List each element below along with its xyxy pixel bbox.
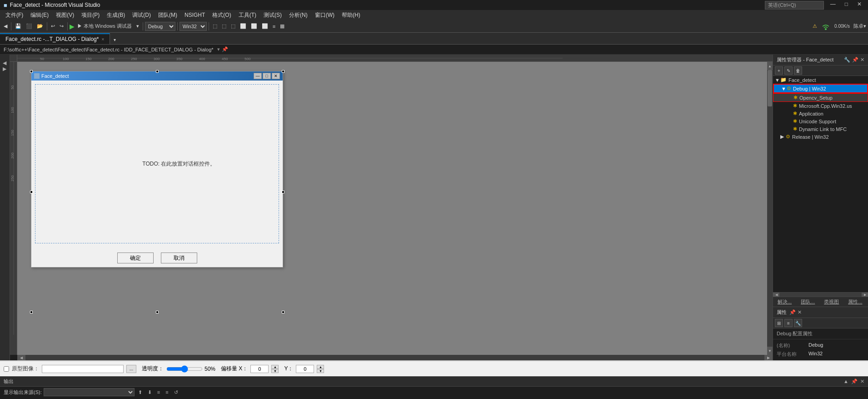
prop-tool-wrench-btn[interactable]: 🔧 [794,319,802,327]
prop-close-btn[interactable]: ✕ [798,309,802,315]
toolbar-misc4-btn[interactable]: ⬜ [238,21,248,31]
tab-face-detect-rc[interactable]: Face_detect.rc -...T_DIALOG - Dialog* × [0,33,110,44]
toolbar-open-btn[interactable]: 📂 [35,21,45,31]
resize-handle-tr[interactable] [282,70,284,73]
toolbar-misc5-btn[interactable]: ⬜ [249,21,259,31]
prop-tool-sort-btn[interactable]: ⊞ [775,319,783,327]
offset-x-down[interactable]: ▼ [271,369,279,373]
tree-item-dynamic-link[interactable]: ✱ Dynamic Link to MFC [773,125,868,133]
output-tool1-btn[interactable]: ⬆ [136,387,144,397]
dialog-close-btn[interactable]: ✕ [272,73,280,79]
resize-handle-ml[interactable] [30,191,33,193]
toolbar-misc3-btn[interactable]: ⬚ [229,21,237,31]
dialog-minimize-btn[interactable]: — [254,73,262,79]
tree-item-opencv[interactable]: ✱ Opencv_Setup [773,93,868,102]
tree-item-application[interactable]: ✱ Application [773,110,868,117]
tree-item-ms-cpp[interactable]: ✱ Microsoft.Cpp.Win32.us [773,102,868,110]
tree-item-debug-win32[interactable]: ▼ ⚙ Debug | Win32 [773,84,868,93]
toolbar-misc6-btn[interactable]: ⬜ [260,21,270,31]
tree-item-unicode[interactable]: ✱ Unicode Support [773,117,868,125]
class-view-tab[interactable]: 类视图 [821,298,842,306]
menu-item-edit[interactable]: 编辑(E) [27,10,52,20]
path-pin[interactable]: 📌 [222,46,228,52]
output-tool5-btn[interactable]: ↺ [172,387,180,397]
ok-button[interactable]: 确定 [117,253,154,263]
dialog-body[interactable]: TODO: 在此放置对话框控件。 [31,81,283,249]
offset-x-up[interactable]: ▲ [271,365,279,369]
toolbar-undo-btn[interactable]: ◀ [2,21,9,31]
menu-item-analyze[interactable]: 分析(N) [285,10,311,20]
offset-x-input[interactable] [250,365,269,373]
menu-item-file[interactable]: 文件(F) [2,10,27,20]
run-button[interactable]: ▶ [70,23,75,30]
team-explorer-tab[interactable]: 团队... [798,298,818,306]
debug-config-select[interactable]: Debug Release [145,22,175,31]
cancel-button[interactable]: 取消 [161,253,197,263]
menu-item-window[interactable]: 窗口(W) [311,10,338,20]
offset-y-up[interactable]: ▲ [317,365,324,369]
output-tool4-btn[interactable]: ≡ [164,387,170,397]
panel-pin-btn[interactable]: 📌 [852,57,858,63]
offset-y-input[interactable] [296,365,314,373]
prototype-image-input[interactable] [42,365,124,373]
resize-handle-tl[interactable] [30,70,33,73]
output-source-select[interactable] [44,388,135,396]
maximize-btn[interactable]: □ [842,1,851,10]
tree-item-release-win32[interactable]: ▶ ⚙ Release | Win32 [773,133,868,141]
toolbar-misc1-btn[interactable]: ⬚ [211,21,219,31]
tab-bar-dropdown[interactable]: ▾ [111,35,119,44]
toolbar-misc8-btn[interactable]: ▦ [278,21,286,31]
output-tool3-btn[interactable]: ≡ [155,387,162,397]
resize-handle-tm[interactable] [156,70,159,73]
prototype-image-browse-btn[interactable]: ... [126,365,136,373]
menu-item-build[interactable]: 生成(B) [103,10,129,20]
menu-item-test[interactable]: 测试(S) [260,10,285,20]
output-tool2-btn[interactable]: ⬇ [146,387,154,397]
prototype-image-checkbox[interactable] [4,366,9,372]
transparency-slider[interactable] [166,365,203,373]
canvas-scrollbar-h[interactable]: ◀ ▶ [17,355,773,360]
minimize-btn[interactable]: — [828,1,838,10]
toolbar-save-all-btn[interactable]: ⬛ [24,21,34,31]
tree-scrollbar-h[interactable]: ◀ ▶ [773,292,868,297]
search-box[interactable]: 英语(Ctrl+Q) [765,1,823,10]
toolbar-undo2-btn[interactable]: ↩ [49,21,57,31]
menu-item-debug[interactable]: 调试(D) [129,10,155,20]
close-btn[interactable]: ✕ [854,1,864,10]
resize-handle-mr[interactable] [282,191,284,193]
resize-handle-bl[interactable] [30,311,33,313]
menu-item-team[interactable]: 团队(M) [155,10,181,20]
properties-tab[interactable]: 属性... [845,298,865,306]
dialog-restore-btn[interactable]: □ [263,73,271,79]
menu-item-project[interactable]: 项目(P) [78,10,103,20]
edit-property-sheet-btn[interactable]: ✎ [784,66,793,75]
menu-item-help[interactable]: 帮助(H) [338,10,364,20]
output-scroll-up[interactable]: ▲ [843,379,848,384]
delete-property-sheet-btn[interactable]: 🗑 [794,66,802,75]
panel-close-panel-btn[interactable]: ✕ [860,57,864,63]
solution-explorer-tab[interactable]: 解决... [775,298,794,306]
prop-pin-btn[interactable]: 📌 [789,309,796,315]
design-canvas[interactable]: Face_detect — □ ✕ TODO: 在此放置对话框控件。 [17,62,767,355]
user-label[interactable]: 陈卓▾ [853,23,866,30]
canvas-scrollbar-v[interactable]: ▲ ▼ [767,62,773,355]
toolbar-save-btn[interactable]: 💾 [13,21,23,31]
path-dropdown[interactable]: ▾ [217,46,220,52]
resize-handle-br[interactable] [282,311,284,313]
menu-item-view[interactable]: 视图(V) [52,10,78,20]
resize-handle-bm[interactable] [156,311,159,313]
prop-tool-list-btn[interactable]: ≡ [784,319,793,327]
platform-select[interactable]: Win32 x64 [180,22,207,31]
new-property-sheet-btn[interactable]: + [775,66,783,75]
tree-root[interactable]: ▼ 📁 Face_detect [773,76,868,84]
toolbar-misc2-btn[interactable]: ⬚ [220,21,228,31]
menu-item-nsight[interactable]: NSIGHT [181,11,209,19]
menu-item-tools[interactable]: 工具(T) [235,10,260,20]
output-pin-btn[interactable]: 📌 [851,379,858,384]
output-close-btn[interactable]: ✕ [860,379,864,384]
menu-item-format[interactable]: 格式(O) [209,10,234,20]
toolbar-misc7-btn[interactable]: ≡ [271,21,277,31]
offset-y-down[interactable]: ▼ [317,369,324,373]
debug-dropdown-btn[interactable]: ▾ [135,21,141,31]
tab-close-btn[interactable]: × [101,37,104,42]
